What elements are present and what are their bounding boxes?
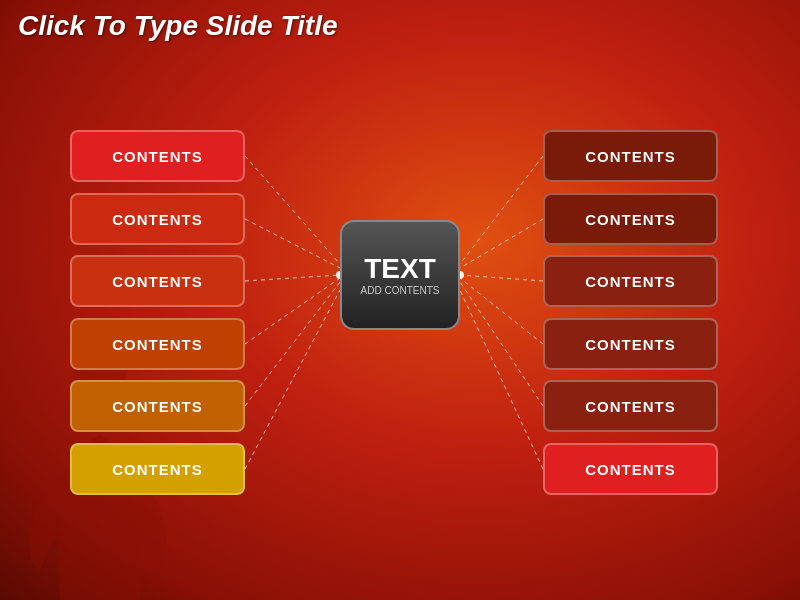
left-box-5[interactable]: CONTENTS bbox=[70, 380, 245, 432]
center-text: TEXT bbox=[364, 255, 436, 283]
right-box-2[interactable]: CONTENTS bbox=[543, 193, 718, 245]
right-box-6[interactable]: CONTENTS bbox=[543, 443, 718, 495]
right-box-3[interactable]: CONTENTS bbox=[543, 255, 718, 307]
left-box-1[interactable]: CONTENTS bbox=[70, 130, 245, 182]
center-node[interactable]: TEXT ADD CONTENTS bbox=[340, 220, 460, 330]
left-box-2[interactable]: CONTENTS bbox=[70, 193, 245, 245]
left-box-4[interactable]: CONTENTS bbox=[70, 318, 245, 370]
right-box-4[interactable]: CONTENTS bbox=[543, 318, 718, 370]
center-subtext: ADD CONTENTS bbox=[361, 285, 440, 296]
right-box-5[interactable]: CONTENTS bbox=[543, 380, 718, 432]
left-box-6[interactable]: CONTENTS bbox=[70, 443, 245, 495]
left-box-3[interactable]: CONTENTS bbox=[70, 255, 245, 307]
right-box-1[interactable]: CONTENTS bbox=[543, 130, 718, 182]
slide-title[interactable]: Click To Type Slide Title bbox=[18, 10, 337, 42]
